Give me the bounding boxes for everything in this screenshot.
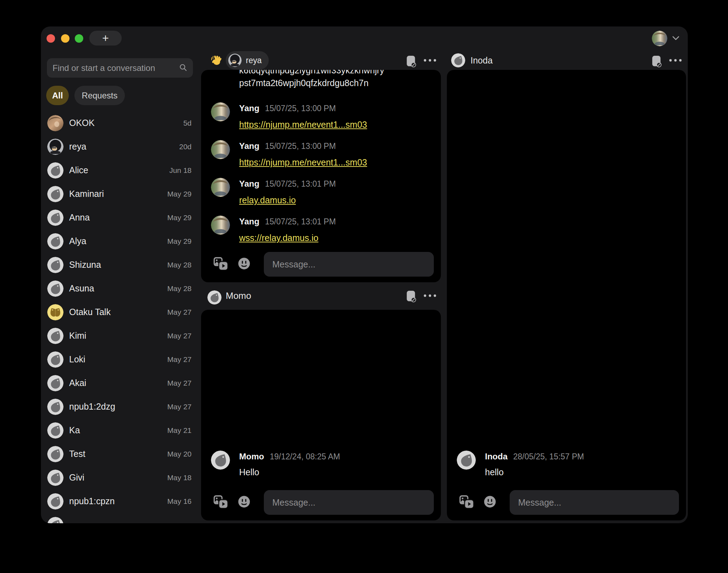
chat-message: Yang 15/07/25, 13:01 PM wss://relay.damu… [211,216,367,246]
emoji-picker-icon[interactable] [238,257,250,271]
conversation-list-item[interactable]: Kaminari May 29 [41,182,200,206]
contact-name: Akai [69,378,167,388]
message-timestamp: 15/07/25, 13:00 PM [265,140,336,152]
conversation-list-item[interactable]: Alya May 29 [41,229,200,253]
search-icon [179,63,187,73]
conversation-date: May 27 [167,308,192,316]
emoji-picker-icon[interactable] [484,495,496,509]
contact-name: Shizuna [69,260,167,270]
conversation-list-item[interactable]: Loki May 27 [41,348,200,371]
conversation-list-item[interactable]: Asuna May 28 [41,277,200,300]
message-link[interactable]: relay.damus.io [239,192,336,208]
conversation-list-item[interactable]: Alice Jun 18 [41,158,200,182]
conversation-list-item[interactable]: Akai May 27 [41,371,200,395]
contact-name: Loki [69,354,167,364]
chevron-down-icon[interactable] [672,35,679,42]
chat-avatar [451,53,465,67]
chat-message: Yang 15/07/25, 13:01 PM relay.damus.io [211,178,367,208]
more-options-icon[interactable] [424,59,436,62]
compose-note-icon[interactable] [652,55,662,67]
contact-name: OKOK [69,118,183,128]
close-window-button[interactable] [47,34,55,43]
contact-name: Alya [69,236,167,246]
conversation-date: May 29 [167,213,192,222]
zoom-window-button[interactable] [75,34,83,43]
chat-app-window: + Find or start a conversation All Reque… [41,26,688,523]
conversation-date: May 27 [167,332,192,340]
conversation-date: May 21 [167,426,192,435]
contact-avatar [47,281,63,297]
chat-avatar [228,54,242,67]
search-input[interactable]: Find or start a conversation [47,58,193,78]
chat-message: Yang 15/07/25, 13:00 PM https://njump.me… [211,102,367,133]
conversation-list-item[interactable]: Ka May 21 [41,418,200,442]
contact-avatar [47,375,63,391]
minimize-window-button[interactable] [61,34,69,43]
contact-name: npub1:cpzn [69,496,167,506]
message-input[interactable]: Message... [264,252,434,277]
conversation-list-item[interactable]: Givi May 18 [41,466,200,489]
conversation-list-item[interactable] [41,513,200,523]
new-conversation-button[interactable]: + [89,31,122,46]
conversation-date: Jun 18 [169,166,192,175]
message-text: Hello [239,465,340,479]
message-author: Yang [239,178,259,190]
conversation-list-item[interactable]: Kimi May 27 [41,324,200,348]
conversation-list-item[interactable]: Anna May 29 [41,206,200,229]
conversation-date: May 29 [167,237,192,246]
chat-message: Yang 15/07/25, 13:00 PM https://njump.me… [211,140,367,170]
message-line: pst7mta2t6wpjh0qfzkdrdgu8ch7n [239,77,369,89]
contact-name: reya [69,141,179,152]
conversation-date: May 18 [167,474,192,482]
filter-requests[interactable]: Requests [74,86,125,105]
chat-message: Inoda 28/05/25, 15:57 PM hello [457,451,584,479]
media-picker-icon[interactable] [213,257,229,272]
conversation-date: 5d [183,119,192,127]
conversation-list-item[interactable]: OKOK 5d [41,111,200,135]
contact-avatar [47,351,63,368]
emoji-picker-icon[interactable] [238,495,250,509]
message-author: Momo [239,451,264,463]
message-timestamp: 15/07/25, 13:01 PM [265,216,336,228]
conversation-list-item[interactable]: Otaku Talk May 27 [41,300,200,324]
message-timestamp: 15/07/25, 13:01 PM [265,178,336,190]
message-link[interactable]: https://njump.me/nevent1...sm03 [239,154,367,170]
message-link[interactable]: https://njump.me/nevent1...sm03 [239,116,367,133]
message-author: Yang [239,216,259,228]
conversation-list-item[interactable]: Test May 20 [41,442,200,466]
contact-name: Givi [69,472,167,483]
conversation-list-item[interactable]: reya 20d [41,135,200,158]
contact-avatar [47,186,63,202]
contact-name: Kaminari [69,189,167,199]
contact-avatar [47,493,63,509]
contact-avatar [47,304,63,320]
user-avatar[interactable] [652,31,667,46]
conversation-list-item[interactable]: npub1:cpzn May 16 [41,489,200,513]
message-input[interactable]: Message... [264,490,434,515]
chat-panel-momo: Momo 19/12/24, 08:25 AM Hello Message... [201,310,441,520]
chat-title-label: reya [246,56,262,65]
message-input[interactable]: Message... [510,490,679,515]
chat-title-reya[interactable]: reya [226,51,269,70]
search-placeholder: Find or start a conversation [53,63,155,73]
more-options-icon[interactable] [669,59,682,62]
media-picker-icon[interactable] [459,495,474,510]
more-options-icon[interactable] [424,294,436,297]
message-link[interactable]: wss://relay.damus.io [239,230,336,246]
conversation-date: May 16 [167,497,192,506]
filter-all[interactable]: All [46,86,69,105]
contact-name: Ka [69,425,167,435]
contact-avatar [47,328,63,344]
message-text: hello [485,465,584,479]
contact-avatar [47,470,63,486]
conversation-date: May 20 [167,450,192,458]
contact-name: Asuna [69,283,167,294]
compose-note-icon[interactable] [406,290,416,302]
message-timestamp: 19/12/24, 08:25 AM [270,451,340,463]
message-author: Yang [239,102,259,114]
media-picker-icon[interactable] [213,495,229,510]
contact-name: Kimi [69,331,167,341]
conversation-list-item[interactable]: npub1:2dzg May 27 [41,395,200,418]
conversation-list-item[interactable]: Shizuna May 28 [41,253,200,277]
compose-note-icon[interactable] [406,55,416,67]
